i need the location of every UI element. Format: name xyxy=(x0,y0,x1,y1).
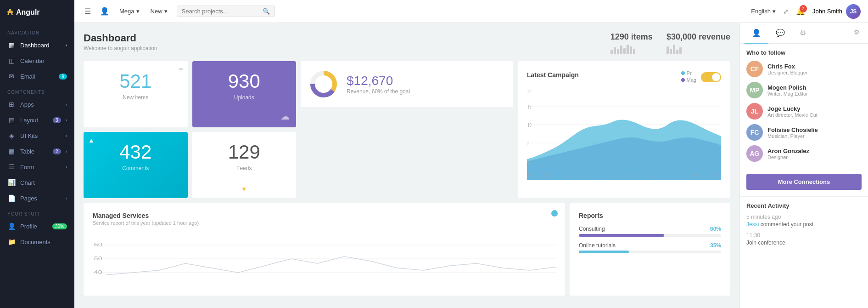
sidebar-item-chart[interactable]: 📊 Chart xyxy=(0,175,74,190)
activity-item-0: 5 minutes ago Jessi commented your post. xyxy=(746,214,862,228)
svg-text:6: 6 xyxy=(653,173,655,179)
expand-button[interactable]: ⤢ xyxy=(783,8,789,15)
activity-text-0: Jessi commented your post. xyxy=(746,221,862,228)
new-items-menu[interactable]: ≡ xyxy=(179,66,183,74)
svg-text:1: 1 xyxy=(546,173,548,179)
report-bar-online xyxy=(579,251,629,253)
stuff-section-label: Your Stuff xyxy=(0,206,74,218)
dashboard-stats: 1290 items $30,000 r xyxy=(610,32,730,54)
uikits-icon: ◈ xyxy=(7,132,16,139)
revenue-stat: $30,000 revenue xyxy=(666,32,730,54)
dashboard-icon: ▦ xyxy=(7,41,16,49)
mega-label: Mega xyxy=(119,8,134,15)
campaign-toggle[interactable] xyxy=(701,72,721,82)
reports-title: Reports xyxy=(579,212,721,219)
user-profile-nav[interactable]: John Smith JS xyxy=(812,4,861,19)
app-name: Angulr xyxy=(16,8,40,17)
svg-text:8: 8 xyxy=(695,173,697,179)
user-name-nav: John Smith xyxy=(812,8,842,15)
feeds-widget: 129 Feeds ▼ xyxy=(192,132,297,198)
activity-time-1: 11:30 xyxy=(746,232,862,239)
page-title: Dashboard xyxy=(84,32,157,44)
follow-name-4: Aron Gonzalez xyxy=(767,148,809,154)
bar1 xyxy=(610,50,613,54)
svg-text:4: 4 xyxy=(610,173,612,179)
hamburger-button[interactable]: ☰ xyxy=(82,5,94,17)
follow-item-1[interactable]: MP Mogen Polish Writer, Mag Editor xyxy=(746,82,862,98)
legend-item-mag: Mag xyxy=(681,77,696,83)
search-bar[interactable]: 🔍 xyxy=(177,6,275,17)
items-stat-value: 1290 items xyxy=(610,32,653,42)
rbar1 xyxy=(666,46,669,54)
panel-settings-gear[interactable]: ⚙ xyxy=(850,23,863,43)
feeds-label: Feeds xyxy=(202,165,287,171)
sidebar-item-profile[interactable]: 👤 Profile 30% xyxy=(0,218,74,234)
sidebar-item-documents[interactable]: 📁 Documents xyxy=(0,234,74,250)
legend-dot-pr xyxy=(681,71,685,75)
bar4 xyxy=(620,46,622,54)
legend-label-pr: Pr xyxy=(687,70,692,76)
table-badge: 2 xyxy=(53,148,61,154)
follow-item-3[interactable]: FC Folisise Chosielie Musician, Player xyxy=(746,124,862,141)
pages-arrow: › xyxy=(66,196,67,201)
campaign-right: Pr Mag xyxy=(681,70,721,84)
notifications-button[interactable]: 🔔 2 xyxy=(796,7,805,16)
follow-name-3: Folisise Chosielie xyxy=(767,126,818,133)
main-panel: Dashboard Welcome to angulr application … xyxy=(74,23,739,308)
managed-services-widget: Managed Services Service report of this … xyxy=(84,203,565,296)
user-nav-button[interactable]: 👤 xyxy=(97,5,112,17)
managed-subtitle: Service report of this year (updated 1 h… xyxy=(93,220,556,226)
report-header-consulting: Consulting 60% xyxy=(579,226,721,232)
sidebar-item-uikits[interactable]: ◈ UI Kits › xyxy=(0,128,74,143)
report-bar-bg-consulting xyxy=(579,234,721,237)
sidebar-label-layout: Layout xyxy=(20,117,48,124)
reports-widget: Reports Consulting 60% Online tutorials xyxy=(570,203,730,296)
follow-item-2[interactable]: JL Joge Lucky Art director, Movie Cut xyxy=(746,103,862,120)
up-arrow-icon: ▲ xyxy=(88,137,95,144)
tab-user[interactable]: 👤 xyxy=(745,23,768,43)
follow-item-0[interactable]: CF Chris Fox Designer, Blogger xyxy=(746,61,862,77)
activity-link-0[interactable]: Jessi xyxy=(746,221,759,228)
search-input[interactable] xyxy=(182,8,260,15)
sidebar-item-layout[interactable]: ▤ Layout 3 › xyxy=(0,112,74,128)
sidebar-label-profile: Profile xyxy=(20,223,48,230)
form-icon: ☰ xyxy=(7,163,16,171)
svg-text:50: 50 xyxy=(94,256,102,261)
follow-info-3: Folisise Chosielie Musician, Player xyxy=(767,126,818,139)
calendar-icon: ◫ xyxy=(7,57,16,64)
bar5 xyxy=(623,48,626,54)
report-label-consulting: Consulting xyxy=(579,226,605,232)
revenue-info: $12,670 Revenue, 60% of the goal xyxy=(347,74,410,95)
dashboard-arrow: › xyxy=(66,43,67,48)
follow-avatar-1: MP xyxy=(746,82,763,98)
campaign-widget: Latest Campaign Pr Mag xyxy=(518,61,730,198)
language-selector[interactable]: English ▾ xyxy=(751,8,776,15)
sidebar-item-form[interactable]: ☰ Form › xyxy=(0,159,74,175)
campaign-chart: 0 5 10 15 20 0 1 2 3 4 5 6 xyxy=(527,88,721,189)
more-connections-button[interactable]: More Connections xyxy=(746,174,862,190)
svg-text:10: 10 xyxy=(527,122,531,128)
sidebar-label-chart: Chart xyxy=(20,179,67,186)
sidebar-label-dashboard: Dashboard xyxy=(20,42,61,49)
search-icon: 🔍 xyxy=(263,8,270,15)
sidebar-item-table[interactable]: ▦ Table 2 › xyxy=(0,143,74,159)
sidebar-item-calendar[interactable]: ◫ Calendar xyxy=(0,53,74,68)
bar8 xyxy=(633,49,635,54)
follow-item-4[interactable]: AG Aron Gonzalez Designer xyxy=(746,145,862,162)
follow-avatar-0: CF xyxy=(746,61,763,77)
sidebar-item-dashboard[interactable]: ▦ Dashboard › xyxy=(0,37,74,53)
follow-name-0: Chris Fox xyxy=(767,63,807,70)
sidebar-item-apps[interactable]: ⊞ Apps › xyxy=(0,97,74,112)
table-icon: ▦ xyxy=(7,148,16,155)
sidebar-item-pages[interactable]: 📄 Pages › xyxy=(0,190,74,206)
tab-chat[interactable]: 💬 xyxy=(768,23,792,43)
logo-icon: ₳ xyxy=(7,7,12,17)
svg-text:5: 5 xyxy=(632,173,633,179)
managed-chart: 40 50 60 xyxy=(93,231,556,286)
follow-name-1: Mogen Polish xyxy=(767,84,808,91)
new-dropdown[interactable]: New ▾ xyxy=(147,6,171,17)
top-navbar: ☰ 👤 Mega ▾ New ▾ 🔍 English ▾ ⤢ 🔔 2 xyxy=(74,0,868,23)
mega-dropdown[interactable]: Mega ▾ xyxy=(116,6,143,17)
tab-settings-panel[interactable]: ⚙ xyxy=(792,23,813,43)
sidebar-item-email[interactable]: ✉ Email 9 xyxy=(0,68,74,84)
